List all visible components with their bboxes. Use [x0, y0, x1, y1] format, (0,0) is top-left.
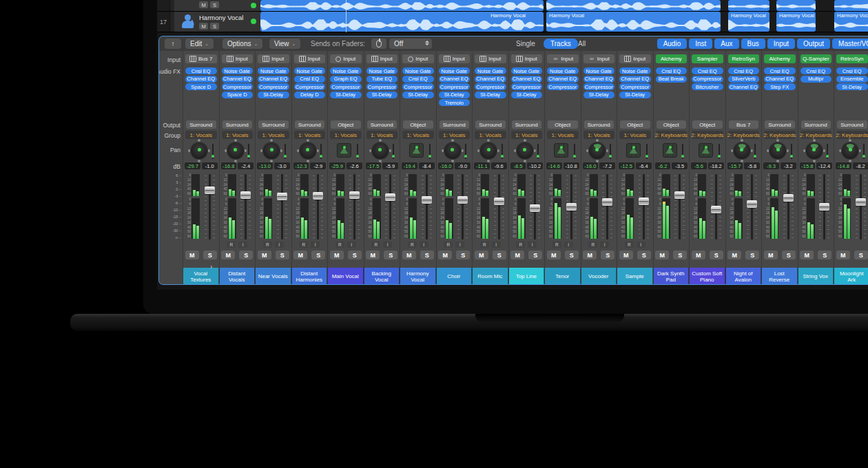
input-slot[interactable]: Input [366, 54, 398, 63]
output-slot[interactable]: Surround [475, 120, 506, 129]
fader-cap[interactable] [494, 198, 504, 205]
mute-button[interactable]: M [727, 251, 741, 259]
fx-plugin-slot[interactable]: Bitcrusher [692, 83, 723, 90]
volume-fader[interactable] [602, 174, 613, 240]
output-slot[interactable]: Surround [295, 120, 325, 129]
surround-pan-knob[interactable] [372, 142, 389, 159]
spread-slider[interactable] [753, 144, 757, 159]
input-monitor-button[interactable]: I [455, 242, 464, 248]
group-slot[interactable]: 1: Vocals [547, 131, 579, 139]
volume-fader[interactable] [747, 174, 758, 240]
channel-format-icon[interactable] [335, 56, 341, 62]
view-mode-all[interactable]: All [578, 40, 586, 47]
track-name-tag[interactable]: Vocal Textures [183, 268, 219, 285]
group-slot[interactable]: 1: Vocals [185, 131, 217, 139]
volume-fader[interactable] [277, 174, 288, 240]
fx-plugin-slot[interactable]: Cnsl EQ [800, 67, 832, 74]
instrument-slot[interactable]: Sampler [692, 54, 723, 63]
volume-fader[interactable] [457, 174, 468, 240]
instrument-slot[interactable]: Alchemy [656, 54, 688, 63]
surround-pan-knob[interactable] [227, 142, 244, 159]
audio-region[interactable]: Harmony Vocal [546, 12, 721, 32]
pan-control[interactable] [220, 141, 256, 162]
spread-slider[interactable] [681, 144, 685, 159]
output-slot[interactable]: Surround [765, 120, 795, 129]
volume-db-value[interactable]: -17.5 [366, 162, 382, 169]
channel-format-icon[interactable] [408, 56, 413, 62]
fader-cap[interactable] [856, 198, 866, 206]
spread-slider[interactable] [319, 144, 323, 159]
fader-cap[interactable] [349, 191, 360, 199]
object-panner-pad[interactable] [699, 143, 713, 158]
fx-plugin-slot[interactable]: Compressor [547, 83, 579, 90]
spread-slider[interactable] [825, 144, 829, 159]
surround-pan-knob[interactable] [842, 142, 858, 159]
spread-slider[interactable] [789, 144, 794, 159]
group-slot[interactable]: 1: Vocals [511, 131, 543, 139]
record-enable-button[interactable]: R [299, 242, 308, 248]
fx-plugin-slot[interactable]: SilverVerb [728, 76, 760, 83]
fx-plugin-slot[interactable]: St-Delay [439, 92, 471, 98]
group-slot[interactable]: 1: Vocals [583, 131, 615, 139]
view-mode-tracks[interactable]: Tracks [544, 39, 578, 49]
input-slot[interactable]: Input [475, 54, 506, 63]
mute-button[interactable]: M [258, 251, 271, 259]
fx-plugin-slot[interactable]: Noise Gate [583, 67, 615, 74]
surround-pan-knob[interactable] [444, 142, 461, 159]
fx-plugin-slot[interactable]: Channel EQ [185, 76, 217, 83]
input-slot[interactable]: Bus 7 [185, 54, 217, 63]
output-slot[interactable]: Object [657, 120, 687, 129]
object-panner-pad[interactable] [337, 143, 351, 158]
fx-plugin-slot[interactable]: Ensemble [836, 76, 868, 83]
track-name-tag[interactable]: Sample [617, 268, 653, 285]
fx-plugin-slot[interactable]: Space D [222, 92, 254, 98]
mute-button[interactable]: M [655, 251, 669, 259]
input-monitor-button[interactable]: I [420, 242, 428, 248]
fx-plugin-slot[interactable]: Cnsl EQ [294, 76, 326, 83]
peak-db-value[interactable]: -3.2 [781, 162, 796, 169]
pan-control[interactable] [437, 141, 473, 162]
filter-button-input[interactable]: Input [767, 39, 795, 49]
volume-db-value[interactable]: -12.5 [619, 162, 634, 169]
fx-plugin-slot[interactable]: Channel EQ [728, 83, 760, 90]
solo-button[interactable]: S [782, 251, 796, 259]
channel-format-icon[interactable] [516, 56, 523, 62]
spread-slider[interactable] [211, 144, 215, 159]
fx-plugin-slot[interactable]: Space D [185, 83, 217, 90]
group-slot[interactable]: 1: Vocals [258, 131, 289, 139]
mute-button[interactable]: M [800, 251, 814, 259]
spread-slider[interactable] [283, 144, 287, 159]
fx-plugin-slot[interactable]: Step FX [764, 83, 796, 90]
fx-plugin-slot[interactable]: Noise Gate [366, 67, 398, 74]
pan-control[interactable] [726, 141, 762, 162]
channel-format-icon[interactable] [227, 56, 234, 62]
group-slot[interactable]: 1: Vocals [222, 131, 254, 139]
output-slot[interactable]: Bus 7 [729, 120, 759, 129]
solo-button[interactable]: S [239, 251, 253, 259]
volume-fader[interactable] [530, 174, 541, 240]
pan-control[interactable] [256, 141, 291, 162]
surround-pan-knob[interactable] [517, 142, 533, 159]
volume-fader[interactable] [819, 174, 830, 240]
volume-fader[interactable] [566, 174, 577, 240]
pan-control[interactable] [364, 141, 400, 162]
volume-db-value[interactable]: -9.3 [763, 162, 779, 169]
spread-slider[interactable] [572, 144, 577, 159]
fader-cap[interactable] [566, 203, 577, 211]
volume-fader[interactable] [711, 174, 722, 240]
filter-button-aux[interactable]: Aux [714, 39, 738, 49]
input-slot[interactable]: Input [258, 54, 289, 63]
volume-db-value[interactable]: -16.8 [221, 162, 237, 169]
input-monitor-button[interactable]: I [238, 242, 247, 248]
object-panner-pad[interactable] [409, 143, 424, 158]
volume-fader[interactable] [422, 174, 433, 240]
pan-control[interactable] [400, 141, 436, 162]
fx-plugin-slot[interactable]: St-Delay [836, 83, 868, 90]
fx-plugin-slot[interactable]: Cnsl EQ [836, 67, 868, 74]
output-slot[interactable]: Surround [801, 120, 831, 129]
track-name-tag[interactable]: Dark Synth Pad [654, 268, 690, 285]
channel-format-icon[interactable] [479, 56, 486, 62]
fx-plugin-slot[interactable]: Cnsl EQ [185, 67, 217, 74]
peak-db-value[interactable]: -5.8 [744, 162, 760, 169]
output-slot[interactable]: Surround [837, 120, 867, 129]
